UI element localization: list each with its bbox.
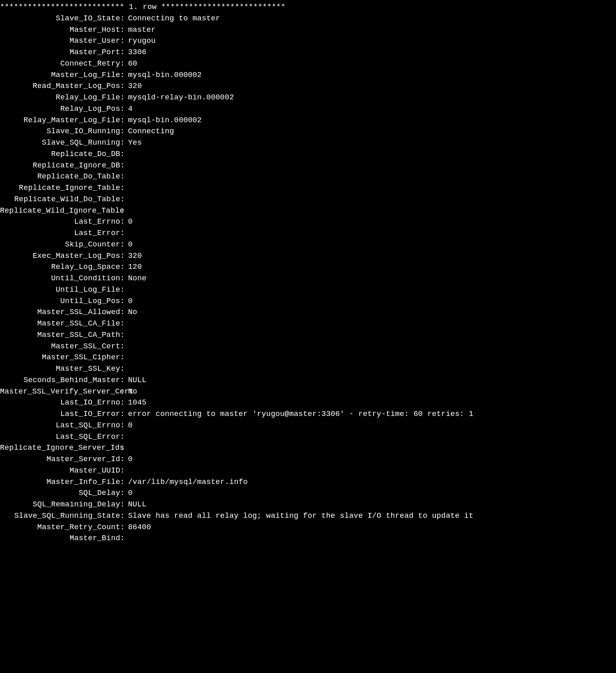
field-value: None (125, 274, 146, 283)
colon-separator: : (120, 365, 125, 373)
field-label: Relay_Log_File (0, 92, 120, 103)
field-value: 0 (125, 421, 132, 430)
field-label: Relay_Log_Pos (0, 103, 120, 115)
colon-separator: : (120, 161, 125, 170)
status-row: Slave_IO_State:Connecting to master (0, 13, 616, 24)
colon-separator: : (120, 59, 125, 68)
colon-separator: : (120, 534, 125, 543)
status-row: Master_SSL_CA_Path: (0, 330, 616, 341)
status-row: Master_Bind: (0, 533, 616, 544)
status-row: Replicate_Ignore_DB: (0, 160, 616, 172)
colon-separator: : (120, 127, 125, 136)
colon-separator: : (120, 478, 125, 486)
colon-separator: : (120, 263, 125, 271)
status-row: Relay_Log_Space:120 (0, 262, 616, 273)
field-value: mysqld-relay-bin.000002 (125, 93, 234, 102)
field-label: Master_Bind (0, 533, 120, 544)
colon-separator: : (120, 398, 125, 407)
status-row: Skip_Counter:0 (0, 239, 616, 251)
field-value: mysql-bin.000002 (125, 116, 202, 125)
status-row: Master_Retry_Count:86400 (0, 522, 616, 533)
status-row: Until_Log_Pos:0 (0, 296, 616, 307)
status-row: Connect_Retry:60 (0, 58, 616, 70)
field-value: Connecting (125, 127, 174, 136)
status-row: Replicate_Wild_Do_Table: (0, 194, 616, 205)
field-value: Connecting to master (125, 14, 220, 23)
field-label: Master_Server_Id (0, 454, 120, 465)
field-value: No (125, 308, 137, 317)
colon-separator: : (120, 82, 125, 90)
status-row: Until_Log_File: (0, 284, 616, 296)
field-value (125, 172, 128, 181)
colon-separator: : (120, 184, 125, 192)
colon-separator: : (120, 331, 125, 339)
status-row: Master_SSL_CA_File: (0, 318, 616, 330)
field-label: Last_SQL_Error (0, 431, 120, 443)
field-value (125, 365, 128, 373)
field-label: Last_IO_Error (0, 409, 120, 420)
field-value: master (125, 26, 156, 34)
colon-separator: : (120, 150, 125, 158)
field-label: Master_SSL_Key (0, 363, 120, 375)
status-row: Relay_Master_Log_File:mysql-bin.000002 (0, 115, 616, 126)
field-label: Replicate_Do_DB (0, 149, 120, 160)
field-value (125, 184, 128, 192)
field-value: Slave has read all relay log; waiting fo… (125, 512, 473, 520)
status-row: SQL_Delay:0 (0, 488, 616, 499)
status-row: Master_Port:3306 (0, 47, 616, 58)
field-value (125, 286, 128, 294)
field-value: 0 (125, 489, 132, 497)
status-row: Replicate_Ignore_Server_Ids: (0, 442, 616, 454)
colon-separator: : (120, 319, 125, 328)
status-row: Master_Log_File:mysql-bin.000002 (0, 70, 616, 81)
field-label: Slave_SQL_Running_State (0, 510, 120, 522)
colon-separator: : (120, 48, 125, 57)
field-value: NULL (125, 500, 146, 509)
field-label: Master_SSL_Cert (0, 341, 120, 352)
field-label: Master_SSL_Cipher (0, 352, 120, 363)
field-label: Replicate_Ignore_DB (0, 160, 120, 172)
colon-separator: : (120, 466, 125, 475)
status-row: Last_Errno:0 (0, 216, 616, 228)
field-label: Replicate_Ignore_Table (0, 183, 120, 194)
colon-separator: : (120, 14, 125, 23)
status-row: Replicate_Ignore_Table: (0, 183, 616, 194)
field-value: 3306 (125, 48, 146, 57)
field-label: Until_Condition (0, 273, 120, 284)
field-value (125, 353, 128, 362)
colon-separator: : (120, 410, 125, 418)
colon-separator: : (120, 421, 125, 430)
colon-separator: : (120, 489, 125, 497)
field-value (125, 319, 128, 328)
field-value: 86400 (125, 523, 151, 532)
status-row: Slave_SQL_Running_State:Slave has read a… (0, 510, 616, 522)
field-value: Yes (125, 139, 142, 147)
field-label: Master_UUID (0, 465, 120, 477)
colon-separator: : (120, 342, 125, 351)
status-row: Master_SSL_Allowed:No (0, 307, 616, 318)
status-row: Master_SSL_Cipher: (0, 352, 616, 363)
status-row: Master_User:ryugou (0, 35, 616, 47)
status-row: Relay_Log_File:mysqld-relay-bin.000002 (0, 92, 616, 103)
field-value: 320 (125, 252, 142, 260)
field-value (125, 433, 128, 441)
status-row: Last_SQL_Errno:0 (0, 420, 616, 431)
colon-separator: : (120, 172, 125, 181)
field-value: No (125, 387, 137, 396)
field-label: Slave_SQL_Running (0, 137, 120, 149)
field-label: Connect_Retry (0, 58, 120, 70)
colon-separator: : (120, 26, 125, 34)
field-label: Seconds_Behind_Master (0, 375, 120, 386)
colon-separator: : (120, 308, 125, 317)
field-label: Slave_IO_Running (0, 126, 120, 137)
field-label: Last_Error (0, 228, 120, 239)
field-label: Exec_Master_Log_Pos (0, 251, 120, 262)
field-value: 1045 (125, 398, 146, 407)
status-row: Master_UUID: (0, 465, 616, 477)
field-value (125, 150, 128, 158)
status-row: Master_Host:master (0, 24, 616, 36)
status-row: Slave_IO_Running:Connecting (0, 126, 616, 137)
field-label: Read_Master_Log_Pos (0, 81, 120, 92)
status-row: SQL_Remaining_Delay:NULL (0, 499, 616, 510)
status-row: Replicate_Do_DB: (0, 149, 616, 160)
